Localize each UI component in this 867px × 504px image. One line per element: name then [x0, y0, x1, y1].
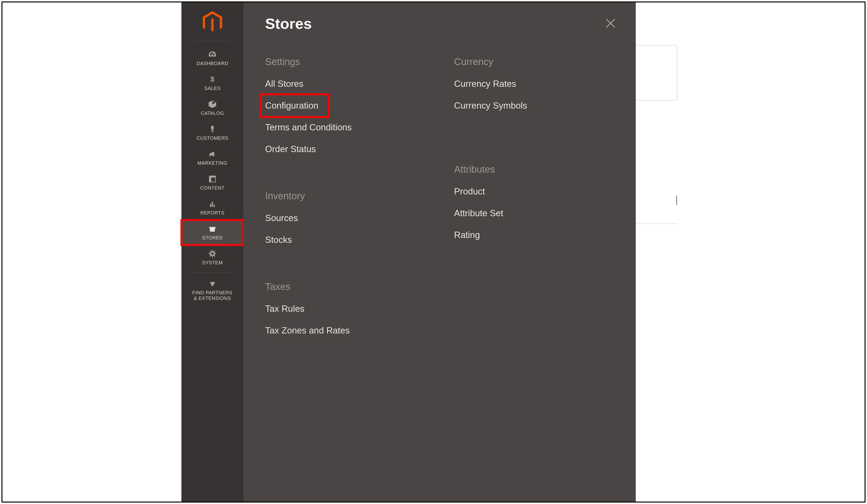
flyout-section-attributes: Attributes Product Attribute Set Rating	[454, 164, 614, 240]
svg-point-3	[211, 126, 214, 129]
flyout-link-sources[interactable]: Sources	[265, 213, 425, 223]
svg-rect-12	[214, 205, 215, 207]
dollar-icon: $	[183, 74, 242, 85]
sidebar-item-stores[interactable]: STORES	[181, 220, 243, 245]
svg-point-24	[213, 282, 215, 283]
svg-rect-10	[210, 204, 211, 207]
svg-rect-4	[211, 128, 214, 130]
box-icon	[183, 99, 242, 109]
flyout-link-tax-rules[interactable]: Tax Rules	[265, 304, 425, 314]
flyout-link-currency-rates[interactable]: Currency Rates	[454, 79, 614, 89]
flyout-section-taxes: Taxes Tax Rules Tax Zones and Rates	[265, 281, 425, 336]
flyout-link-order-status[interactable]: Order Status	[265, 144, 425, 154]
flyout-columns: Settings All Stores Configuration Terms …	[265, 56, 614, 347]
svg-text:$: $	[211, 75, 214, 83]
sidebar-item-label: STORES	[183, 235, 242, 240]
magento-logo[interactable]	[181, 2, 243, 39]
sidebar-item-reports[interactable]: REPORTS	[181, 195, 243, 220]
sidebar-item-dashboard[interactable]: DASHBOARD	[181, 46, 243, 71]
section-heading: Settings	[265, 56, 425, 67]
svg-rect-8	[209, 176, 215, 178]
sidebar-item-find-partners[interactable]: FIND PARTNERS & EXTENSIONS	[181, 277, 243, 305]
section-heading: Attributes	[454, 164, 614, 175]
sidebar-item-label: CATALOG	[183, 110, 242, 116]
svg-point-25	[211, 283, 213, 285]
svg-point-23	[212, 282, 213, 283]
svg-rect-14	[212, 250, 213, 251]
section-heading: Inventory	[265, 191, 425, 202]
megaphone-icon	[183, 149, 242, 159]
blocks-icon	[183, 278, 242, 289]
svg-rect-5	[213, 152, 214, 156]
sidebar-item-label: REPORTS	[183, 210, 242, 216]
bar-chart-icon	[183, 199, 242, 209]
sidebar-item-sales[interactable]: $ SALES	[181, 71, 243, 96]
gear-icon	[183, 248, 242, 259]
svg-rect-19	[210, 255, 211, 257]
flyout-link-terms-and-conditions[interactable]: Terms and Conditions	[265, 122, 425, 132]
admin-sidebar: DASHBOARD $ SALES CATALOG CUSTOMERS	[181, 2, 243, 502]
close-button[interactable]	[605, 18, 616, 30]
flyout-section-currency: Currency Currency Rates Currency Symbols	[454, 56, 614, 111]
svg-point-26	[212, 283, 214, 285]
svg-rect-11	[212, 202, 213, 207]
sidebar-item-customers[interactable]: CUSTOMERS	[181, 120, 243, 145]
stores-flyout: Stores Settings All Stores Configuration…	[243, 2, 636, 502]
section-heading: Taxes	[265, 281, 425, 292]
flyout-link-attribute-set[interactable]: Attribute Set	[454, 208, 614, 218]
person-icon	[183, 124, 242, 135]
sidebar-item-label: FIND PARTNERS	[183, 290, 242, 296]
sidebar-item-label-line2: & EXTENSIONS	[183, 296, 242, 301]
flyout-link-currency-symbols[interactable]: Currency Symbols	[454, 100, 614, 111]
flyout-link-product[interactable]: Product	[454, 186, 614, 197]
svg-point-22	[210, 282, 212, 283]
sidebar-item-catalog[interactable]: CATALOG	[181, 96, 243, 120]
svg-rect-15	[212, 256, 213, 258]
flyout-link-rating[interactable]: Rating	[454, 230, 614, 240]
svg-rect-13	[210, 229, 215, 232]
sidebar-item-label: SYSTEM	[183, 260, 242, 266]
sidebar-item-marketing[interactable]: MARKETING	[181, 145, 243, 170]
section-heading: Currency	[454, 56, 614, 67]
flyout-section-settings: Settings All Stores Configuration Terms …	[265, 56, 425, 154]
sidebar-item-label: SALES	[183, 86, 242, 91]
flyout-link-all-stores[interactable]: All Stores	[265, 79, 425, 89]
sidebar-item-label: CUSTOMERS	[183, 136, 242, 141]
flyout-link-stocks[interactable]: Stocks	[265, 235, 425, 245]
svg-rect-20	[210, 251, 211, 252]
window-frame: DASHBOARD $ SALES CATALOG CUSTOMERS	[1, 1, 866, 503]
magento-logo-icon	[203, 11, 222, 33]
svg-rect-16	[208, 253, 210, 254]
sidebar-item-label: DASHBOARD	[183, 61, 242, 66]
svg-rect-6	[210, 154, 211, 157]
flyout-column-left: Settings All Stores Configuration Terms …	[265, 56, 425, 347]
flyout-title: Stores	[265, 15, 614, 32]
flyout-link-configuration[interactable]: Configuration	[260, 93, 330, 118]
flyout-section-inventory: Inventory Sources Stocks	[265, 191, 425, 245]
svg-rect-9	[209, 178, 211, 182]
svg-point-27	[212, 285, 213, 286]
admin-app: DASHBOARD $ SALES CATALOG CUSTOMERS	[181, 2, 636, 502]
storefront-icon	[183, 224, 242, 234]
flyout-link-tax-zones[interactable]: Tax Zones and Rates	[265, 325, 425, 336]
sidebar-item-label: MARKETING	[183, 160, 242, 166]
close-icon	[605, 18, 616, 29]
layout-icon	[183, 174, 242, 184]
sidebar-item-system[interactable]: SYSTEM	[181, 245, 243, 270]
sidebar-item-label: CONTENT	[183, 185, 242, 191]
sidebar-item-content[interactable]: CONTENT	[181, 170, 243, 195]
flyout-column-right: Currency Currency Rates Currency Symbols…	[454, 56, 614, 347]
gauge-icon	[183, 49, 242, 60]
svg-rect-17	[215, 253, 216, 254]
bg-divider	[676, 195, 677, 205]
